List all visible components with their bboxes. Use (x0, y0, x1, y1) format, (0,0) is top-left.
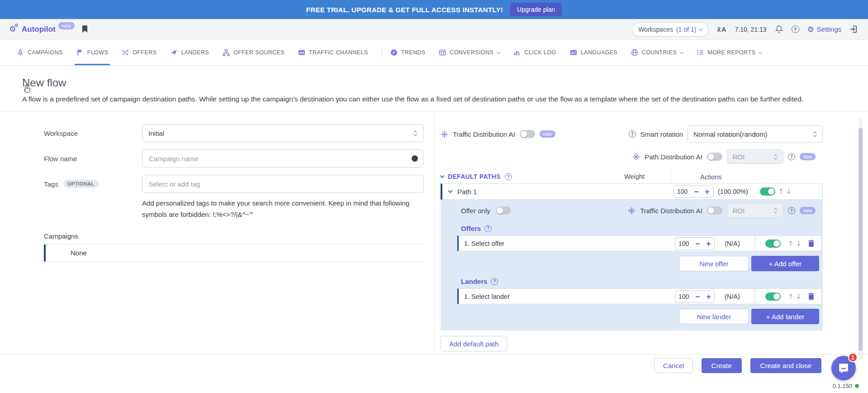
tab-trends[interactable]: TRENDS (390, 40, 426, 65)
logout-icon[interactable] (849, 25, 858, 34)
nav-divider (382, 45, 382, 60)
offers-help-icon[interactable]: ? (484, 225, 492, 232)
path-distribution-ai-toggle[interactable] (707, 153, 722, 161)
default-paths-help-icon[interactable]: ? (505, 173, 512, 180)
tdai-help-icon[interactable]: ? (788, 207, 795, 214)
page-title: New flow (22, 77, 868, 89)
upgrade-plan-button[interactable]: Upgrade plan (510, 3, 562, 16)
workspaces-dropdown[interactable]: Workspaces (1 of 1) (632, 22, 709, 37)
tab-campaigns[interactable]: CAMPAIGNS (17, 40, 63, 65)
create-and-close-button[interactable]: Create and close (750, 358, 821, 373)
offer-enabled-toggle[interactable] (765, 240, 781, 248)
new-badge: new (800, 153, 816, 160)
move-up-icon[interactable]: ↑ (778, 187, 784, 196)
move-down-icon[interactable]: ↓ (786, 187, 792, 196)
offer-only-toggle[interactable] (496, 206, 511, 215)
lander-row[interactable]: 1. Select lander 100 (N/A) ↑ ↓ (457, 288, 822, 304)
lander-share-value: (N/A) (725, 293, 740, 300)
tab-conversions[interactable]: CONVERSIONS (439, 40, 500, 65)
campaigns-none-item: None (44, 244, 424, 262)
decrease-weight-icon[interactable] (695, 294, 700, 299)
smart-rotation-label: Smart rotation (640, 130, 683, 138)
decrease-weight-icon[interactable] (694, 189, 699, 194)
tab-landers[interactable]: LANDERS (170, 40, 209, 65)
tab-traffic-channels[interactable]: Ad TRAFFIC CHANNELS (298, 40, 368, 65)
smart-rotation-select[interactable]: Normal rotation(random) (688, 125, 823, 143)
bookmark-icon[interactable] (82, 25, 88, 33)
settings-link[interactable]: ⚙ Settings (807, 25, 841, 34)
offer-weight-value[interactable]: 100 (678, 240, 689, 247)
path-tdai-metric-select[interactable]: ROI (727, 203, 783, 218)
offer-row[interactable]: 1. Select offer 100 (N/A) ↑ ↓ (457, 235, 822, 251)
smart-rotation-help-icon[interactable]: ? (629, 130, 636, 138)
select-chevrons-icon (773, 208, 778, 214)
tab-flows[interactable]: FLOWS (76, 40, 108, 65)
lander-weight-stepper: 100 (675, 290, 715, 303)
decrease-weight-icon[interactable] (695, 241, 700, 246)
workspace-label: Workspace (44, 129, 142, 137)
create-button[interactable]: Create (702, 358, 742, 373)
move-up-icon[interactable]: ↑ (788, 240, 794, 248)
chevron-down-icon (440, 174, 445, 178)
path-traffic-distribution-ai-label: Traffic Distribution AI (640, 207, 702, 215)
default-paths-header[interactable]: DEFAULT PATHS ? (441, 173, 512, 180)
notifications-bell-icon[interactable] (775, 25, 783, 34)
add-offer-button[interactable]: + Add offer (751, 256, 819, 271)
chevron-down-icon (497, 50, 500, 54)
flow-name-input[interactable] (142, 149, 424, 168)
chevron-down-icon (448, 189, 453, 193)
tab-offers[interactable]: OFFERS (122, 40, 157, 65)
path-row[interactable]: Path 1 100 (100.00%) ↑ ↓ (441, 183, 823, 200)
app-header: ⚙ ⚙ Autopilot new Workspaces (1 of 1) x̄… (0, 19, 868, 40)
path-weight-value[interactable]: 100 (677, 188, 688, 195)
new-offer-button[interactable]: New offer (679, 256, 749, 271)
tags-hint: Add personalized tags to make your searc… (142, 197, 423, 220)
path-distribution-metric-value: ROI (733, 153, 745, 161)
tab-countries[interactable]: COUNTRIES (631, 40, 683, 65)
tab-more-reports[interactable]: MORE REPORTS (697, 40, 762, 65)
path-details-section: Offer only Traffic Distribution AI ROI ?… (441, 200, 823, 331)
brand[interactable]: ⚙ ⚙ Autopilot new (9, 24, 75, 35)
cancel-button[interactable]: Cancel (655, 358, 693, 373)
landers-help-icon[interactable]: ? (491, 278, 498, 285)
translate-icon[interactable]: x̄A (717, 25, 726, 33)
move-down-icon[interactable]: ↓ (796, 292, 802, 301)
path-distribution-help-icon[interactable]: ? (788, 153, 795, 160)
tab-click-log[interactable]: CLICK LOG (513, 40, 556, 65)
scrollbar-thumb[interactable] (859, 128, 863, 351)
lander-weight-value[interactable]: 100 (678, 293, 689, 300)
move-up-icon[interactable]: ↑ (788, 292, 794, 301)
chevron-down-icon (699, 26, 703, 31)
campaigns-list: Campaigns None (44, 232, 424, 262)
tags-input[interactable] (142, 175, 424, 193)
help-icon[interactable]: ? (792, 25, 799, 33)
form-footer: Cancel Create Create and close (0, 354, 868, 387)
delete-offer-trash-icon[interactable] (808, 240, 815, 247)
trial-banner: FREE TRIAL. UPGRADE & GET FULL ACCESS IN… (0, 0, 868, 19)
chat-unread-badge: 1 (848, 353, 858, 362)
lander-enabled-toggle[interactable] (765, 292, 781, 301)
workspace-select[interactable]: Initial (142, 124, 424, 142)
add-default-path-button[interactable]: Add default path (441, 336, 507, 351)
move-down-icon[interactable]: ↓ (796, 240, 802, 248)
traffic-distribution-ai-toggle[interactable] (520, 130, 535, 138)
flow-color-dot[interactable] (412, 155, 418, 162)
increase-weight-icon[interactable] (705, 189, 710, 194)
path-name: Path 1 (457, 188, 477, 196)
gear-icon: ⚙ (807, 25, 814, 34)
increase-weight-icon[interactable] (706, 294, 711, 299)
select-chevrons-icon (413, 130, 417, 136)
conversions-table-icon (439, 49, 446, 56)
delete-lander-trash-icon[interactable] (808, 292, 815, 300)
increase-weight-icon[interactable] (706, 241, 711, 246)
new-lander-button[interactable]: New lander (679, 309, 749, 324)
path-traffic-distribution-ai-toggle[interactable] (707, 206, 722, 215)
path-enabled-toggle[interactable] (760, 187, 775, 196)
status-dot-icon (855, 384, 859, 388)
tab-languages[interactable]: A LANGUAGES (570, 40, 617, 65)
campaigns-rocket-icon (17, 49, 24, 56)
add-lander-button[interactable]: + Add lander (751, 309, 819, 324)
path-distribution-metric-select[interactable]: ROI (727, 149, 783, 164)
offer-select-label: 1. Select offer (464, 240, 504, 247)
tab-offer-sources[interactable]: OFFER SOURCES (223, 40, 285, 65)
